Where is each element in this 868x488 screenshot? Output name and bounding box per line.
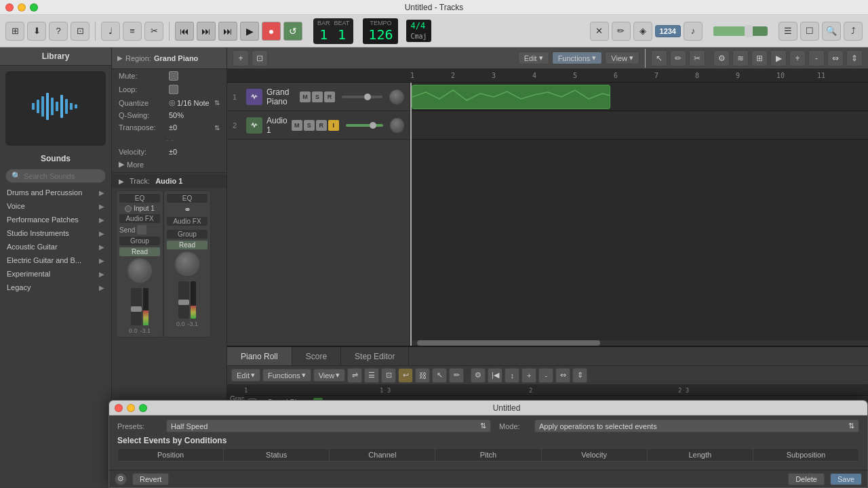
library-item-experimental[interactable]: Experimental ▶ [0, 267, 111, 281]
modal-close-btn[interactable] [115, 404, 123, 412]
rec-btn-1[interactable]: R [324, 92, 335, 102]
pr-zoom-in-btn[interactable]: + [521, 368, 536, 383]
functions-menu-btn[interactable]: Functions ▾ [552, 52, 603, 64]
eq-label-2[interactable]: EQ [167, 194, 208, 203]
fx-btn-2[interactable]: Audio FX [167, 217, 208, 226]
send-toggle-1[interactable] [137, 225, 146, 235]
library-item-performance[interactable]: Performance Patches ▶ [0, 213, 111, 226]
audio-btn[interactable]: ⬇ [27, 22, 46, 41]
snap-btn[interactable]: ✂ [144, 22, 163, 41]
fit-btn[interactable]: ⇔ [827, 50, 844, 66]
solo-btn-1[interactable]: S [312, 92, 323, 102]
revert-btn[interactable]: Revert [132, 473, 169, 485]
rewind-btn[interactable]: ⏮ [175, 22, 194, 41]
gear-icon-btn[interactable]: ⚙ [115, 473, 127, 485]
pr-fit-btn[interactable]: ⇔ [555, 368, 570, 383]
minimize-button[interactable] [18, 3, 26, 12]
view-menu-btn[interactable]: View ▾ [605, 52, 639, 64]
pr-pencil-btn[interactable]: ✏ [449, 368, 464, 383]
pr-step-btn[interactable]: ⊡ [381, 368, 396, 383]
tab-piano-roll[interactable]: Piano Roll [227, 347, 292, 365]
zoom-out-btn[interactable]: - [808, 50, 825, 66]
clear-btn[interactable]: ✕ [590, 22, 609, 41]
pencil-btn[interactable]: ✏ [612, 22, 631, 41]
library-item-studio[interactable]: Studio Instruments ▶ [0, 226, 111, 240]
presets-select[interactable]: Half Speed ⇅ [166, 420, 491, 432]
library-item-voice[interactable]: Voice ▶ [0, 199, 111, 213]
waveform-btn[interactable]: ≋ [732, 50, 749, 66]
library-btn[interactable]: ⊞ [5, 22, 24, 41]
audio-track-btn[interactable]: ⊡ [252, 50, 268, 66]
pr-functions-btn[interactable]: Functions ▾ [262, 369, 311, 382]
pr-edit-btn[interactable]: Edit ▾ [231, 369, 260, 382]
record-btn[interactable]: ● [262, 22, 281, 41]
edit-menu-btn[interactable]: Edit ▾ [518, 52, 549, 64]
fx-btn-1[interactable]: Audio FX [119, 214, 160, 223]
mute-btn-2[interactable]: M [292, 120, 302, 131]
horizontal-scrollbar[interactable] [410, 340, 868, 346]
eq-label-1[interactable]: EQ [119, 194, 160, 203]
pr-cursor-btn[interactable]: ↖ [432, 368, 447, 383]
play-btn[interactable]: ▶ [240, 22, 259, 41]
tostart-btn[interactable]: ⏭ [218, 22, 237, 41]
metronome-btn[interactable]: ♩ [101, 22, 120, 41]
modal-min-btn[interactable] [127, 404, 135, 412]
inspector-more-section[interactable]: ▶ More [112, 158, 226, 171]
cursor-btn[interactable]: ↖ [651, 50, 667, 66]
loop-btn[interactable]: ↺ [283, 22, 302, 41]
pr-snap-btn[interactable]: |◀ [488, 368, 502, 383]
zoom-all-btn[interactable]: ⇕ [846, 50, 863, 66]
pen-btn[interactable]: ✏ [670, 50, 686, 66]
mute-btn-1[interactable]: M [300, 92, 311, 102]
snap-btn2[interactable]: ⊞ [751, 50, 768, 66]
close-button[interactable] [5, 3, 14, 12]
pan-knob-2[interactable] [390, 118, 404, 133]
pr-loop-btn[interactable]: ↩ [398, 368, 413, 383]
track-vol-2[interactable] [346, 124, 384, 127]
pr-align-btn[interactable]: ⇌ [347, 368, 362, 383]
delete-btn[interactable]: Delete [788, 473, 825, 485]
pr-view-btn[interactable]: View ▾ [313, 369, 346, 382]
modal-max-btn[interactable] [139, 404, 147, 412]
save-btn[interactable]: Save [830, 473, 862, 485]
pr-link-btn[interactable]: ⛓ [415, 368, 430, 383]
playhead-btn[interactable]: ▶ [770, 50, 787, 66]
volume-knob-1[interactable] [127, 258, 152, 283]
library-item-acoustic[interactable]: Acoustic Guitar ▶ [0, 240, 111, 253]
tab-step-editor[interactable]: Step Editor [341, 347, 409, 365]
search-btn[interactable]: 🔍 [822, 22, 841, 41]
fader-2[interactable] [178, 281, 189, 319]
region-grand-piano[interactable] [412, 85, 610, 109]
zoom-in-btn[interactable]: + [789, 50, 806, 66]
scissors-btn[interactable]: ✂ [689, 50, 705, 66]
snap-settings-btn[interactable]: ⚙ [713, 50, 730, 66]
tab-score[interactable]: Score [292, 347, 341, 365]
tune-btn[interactable]: ♪ [684, 22, 703, 41]
fastforward-btn[interactable]: ⏭ [197, 22, 216, 41]
mode-select[interactable]: Apply operations to selected events ⇅ [534, 420, 859, 432]
help-btn[interactable]: ? [49, 22, 68, 41]
window-controls[interactable] [5, 3, 38, 12]
pan-knob-1[interactable] [389, 89, 404, 104]
pr-settings-btn[interactable]: ⚙ [471, 368, 486, 383]
pr-zoom-out-btn[interactable]: - [538, 368, 553, 383]
search-input[interactable] [24, 172, 100, 180]
transpose-arrows[interactable]: ⇅ [214, 124, 220, 131]
track-vol-1[interactable] [342, 96, 382, 98]
fader-1[interactable] [131, 288, 142, 325]
group-btn-1[interactable]: Group [119, 237, 160, 245]
volume-knob-2[interactable] [175, 251, 199, 276]
share-btn[interactable]: ⤴ [844, 22, 863, 41]
quantize-arrows[interactable]: ⇅ [214, 99, 220, 106]
library-item-electric[interactable]: Electric Guitar and B... ▶ [0, 253, 111, 267]
midi-btn[interactable]: ⊡ [71, 22, 90, 41]
mute-checkbox[interactable] [169, 71, 178, 81]
pr-nudge-btn[interactable]: ↕ [505, 368, 519, 383]
read-btn-2[interactable]: Read [167, 241, 208, 249]
solo-btn-2[interactable]: S [304, 120, 315, 131]
pr-quant-btn[interactable]: ☰ [364, 368, 379, 383]
rec-btn-2[interactable]: R [316, 120, 327, 131]
group-btn-2[interactable]: Group [167, 230, 208, 239]
mixer-btn[interactable]: ≡ [123, 22, 142, 41]
pr-zoom-all-btn[interactable]: ⇕ [572, 368, 587, 383]
